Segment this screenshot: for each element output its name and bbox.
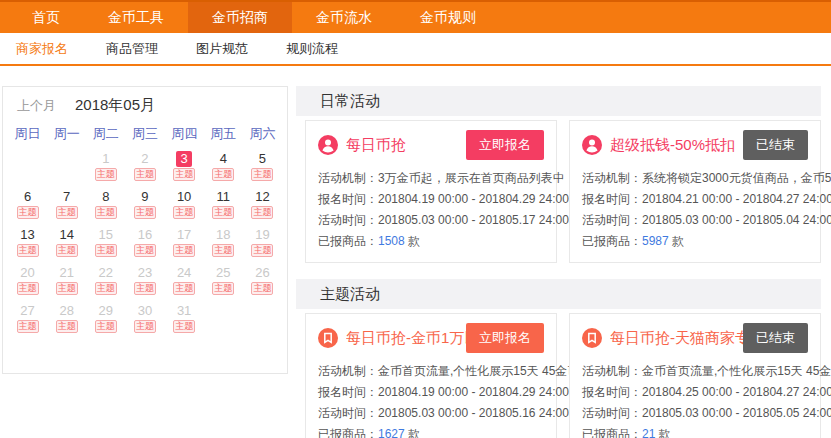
calendar-day-cell[interactable]: 27主题 bbox=[8, 301, 47, 339]
sub-nav: 商家报名商品管理图片规范规则流程 bbox=[0, 33, 831, 66]
calendar-day-cell[interactable]: 10主题 bbox=[165, 187, 204, 225]
calendar-day-cell[interactable]: 8主题 bbox=[86, 187, 125, 225]
activity-detail-row: 活动机制：金币首页流量,个性化展示15天 45金币/点击 bbox=[582, 361, 808, 382]
detail-label: 已报商品： bbox=[318, 234, 378, 248]
subnav-item-3[interactable]: 规则流程 bbox=[286, 33, 338, 64]
calendar-day-theme-badge: 主题 bbox=[95, 282, 117, 295]
calendar-day-cell[interactable]: 4主题 bbox=[204, 149, 243, 187]
detail-label: 活动机制： bbox=[582, 364, 642, 378]
calendar-day-cell[interactable]: 20主题 bbox=[8, 263, 47, 301]
calendar-day-number: 26 bbox=[253, 265, 271, 281]
calendar-day-number: 4 bbox=[215, 151, 231, 167]
calendar-day-cell[interactable]: 6主题 bbox=[8, 187, 47, 225]
count-unit: 款 bbox=[658, 427, 670, 438]
signed-up-count: 1627 bbox=[378, 427, 405, 438]
detail-label: 已报商品： bbox=[582, 234, 642, 248]
calendar-day-theme-badge: 主题 bbox=[95, 206, 117, 219]
activity-detail-row: 报名时间：201804.19 00:00 - 201804.29 24:00 bbox=[318, 382, 544, 403]
calendar-day-cell[interactable]: 15主题 bbox=[86, 225, 125, 263]
calendar-day-theme-badge: 主题 bbox=[134, 320, 156, 333]
calendar-day-number: 17 bbox=[175, 227, 193, 243]
count-unit: 款 bbox=[408, 234, 420, 248]
calendar-day-number: 1 bbox=[98, 151, 114, 167]
card-header: 每日币抢-金币1万以上卖家...立即报名 bbox=[318, 324, 544, 352]
ended-button: 已结束 bbox=[743, 323, 808, 353]
calendar-day-theme-badge: 主题 bbox=[134, 244, 156, 257]
detail-label: 活动时间： bbox=[318, 406, 378, 420]
detail-value: 201804.21 00:00 - 201804.27 24:00 bbox=[642, 192, 831, 206]
activity-detail-row: 已报商品：21款 bbox=[582, 424, 808, 438]
calendar-day-cell[interactable]: 9主题 bbox=[125, 187, 164, 225]
activity-title: 超级抵钱-50%抵扣 bbox=[610, 136, 743, 155]
calendar-day-cell[interactable]: 16主题 bbox=[125, 225, 164, 263]
topnav-item-1[interactable]: 金币工具 bbox=[84, 2, 188, 33]
calendar-day-number: 2 bbox=[137, 151, 153, 167]
calendar-empty-cell bbox=[47, 149, 86, 187]
calendar-day-cell[interactable]: 17主题 bbox=[165, 225, 204, 263]
calendar-day-number: 7 bbox=[59, 189, 75, 205]
calendar-day-theme-badge: 主题 bbox=[56, 206, 78, 219]
subnav-item-0[interactable]: 商家报名 bbox=[16, 33, 68, 64]
signed-up-count: 1508 bbox=[378, 234, 405, 248]
activity-card: 每日币抢立即报名活动机制：3万金币起，展示在首页商品列表中报名时间：201804… bbox=[305, 120, 557, 263]
calendar-day-theme-badge: 主题 bbox=[251, 282, 273, 295]
calendar-day-cell[interactable]: 26主题 bbox=[243, 263, 282, 301]
activity-detail-row: 报名时间：201804.21 00:00 - 201804.27 24:00 bbox=[582, 189, 808, 210]
detail-label: 活动时间： bbox=[582, 213, 642, 227]
calendar-day-cell[interactable]: 19主题 bbox=[243, 225, 282, 263]
calendar-day-theme-badge: 主题 bbox=[173, 206, 195, 219]
calendar-day-number: 10 bbox=[175, 189, 193, 205]
topnav-item-4[interactable]: 金币规则 bbox=[396, 2, 500, 33]
calendar-day-cell[interactable]: 3主题 bbox=[165, 149, 204, 187]
calendar-day-number: 18 bbox=[214, 227, 232, 243]
calendar-day-cell[interactable]: 14主题 bbox=[47, 225, 86, 263]
signup-button[interactable]: 立即报名 bbox=[466, 323, 544, 353]
calendar-day-cell[interactable]: 7主题 bbox=[47, 187, 86, 225]
detail-label: 活动时间： bbox=[582, 406, 642, 420]
calendar-day-cell[interactable]: 22主题 bbox=[86, 263, 125, 301]
detail-value: 201805.03 00:00 - 201805.16 24:00 bbox=[378, 406, 569, 420]
topnav-item-2[interactable]: 金币招商 bbox=[188, 2, 292, 33]
calendar-day-theme-badge: 主题 bbox=[212, 206, 234, 219]
detail-value: 金币首页流量,个性化展示15天 45金币/点击 bbox=[642, 364, 831, 378]
bookmark-icon bbox=[582, 328, 602, 348]
calendar-day-cell[interactable]: 30主题 bbox=[125, 301, 164, 339]
calendar-day-cell[interactable]: 23主题 bbox=[125, 263, 164, 301]
calendar-day-cell[interactable]: 5主题 bbox=[243, 149, 282, 187]
subnav-item-2[interactable]: 图片规范 bbox=[196, 33, 248, 64]
detail-value: 201805.03 00:00 - 201805.04 24:00 bbox=[642, 213, 831, 227]
calendar-day-cell[interactable]: 13主题 bbox=[8, 225, 47, 263]
calendar-day-cell[interactable]: 28主题 bbox=[47, 301, 86, 339]
activity-detail-row: 活动机制：金币首页流量,个性化展示15天 45金币/点击 bbox=[318, 361, 544, 382]
calendar-day-cell[interactable]: 1主题 bbox=[86, 149, 125, 187]
signed-up-count: 5987 bbox=[642, 234, 669, 248]
activity-title: 每日币抢-金币1万以上卖家... bbox=[346, 329, 466, 348]
calendar-day-cell[interactable]: 24主题 bbox=[165, 263, 204, 301]
detail-label: 活动时间： bbox=[318, 213, 378, 227]
topnav-item-3[interactable]: 金币流水 bbox=[292, 2, 396, 33]
calendar-day-cell[interactable]: 31主题 bbox=[165, 301, 204, 339]
section-title: 日常活动 bbox=[296, 86, 821, 116]
card-header: 每日币抢-天猫商家专享已结束 bbox=[582, 324, 808, 352]
calendar-day-cell[interactable]: 11主题 bbox=[204, 187, 243, 225]
calendar-day-cell[interactable]: 29主题 bbox=[86, 301, 125, 339]
calendar-day-theme-badge: 主题 bbox=[173, 282, 195, 295]
topnav-item-0[interactable]: 首页 bbox=[8, 2, 84, 33]
calendar-day-number: 6 bbox=[20, 189, 36, 205]
detail-value: 201804.19 00:00 - 201804.29 24:00 bbox=[378, 192, 569, 206]
subnav-item-1[interactable]: 商品管理 bbox=[106, 33, 158, 64]
weekday-label: 周二 bbox=[86, 125, 125, 143]
signup-button[interactable]: 立即报名 bbox=[466, 130, 544, 160]
calendar-day-cell[interactable]: 18主题 bbox=[204, 225, 243, 263]
detail-value: 201804.25 00:00 - 201804.27 24:00 bbox=[642, 385, 831, 399]
calendar-day-cell[interactable]: 12主题 bbox=[243, 187, 282, 225]
detail-label: 活动机制： bbox=[582, 171, 642, 185]
calendar-day-number: 21 bbox=[57, 265, 75, 281]
calendar-day-theme-badge: 主题 bbox=[56, 282, 78, 295]
calendar-day-cell[interactable]: 21主题 bbox=[47, 263, 86, 301]
count-unit: 款 bbox=[672, 234, 684, 248]
calendar-day-cell[interactable]: 2主题 bbox=[125, 149, 164, 187]
weekday-label: 周日 bbox=[8, 125, 47, 143]
calendar-day-cell[interactable]: 25主题 bbox=[204, 263, 243, 301]
calendar-day-theme-badge: 主题 bbox=[17, 320, 39, 333]
